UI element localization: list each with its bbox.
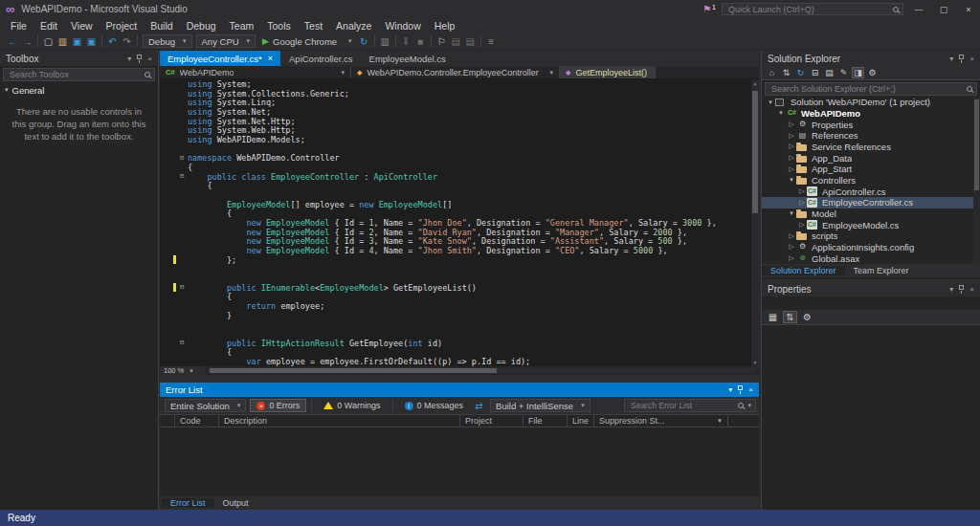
code-editor[interactable]: ▲ ▼ using System;using System.Collection… (160, 79, 759, 366)
code-line[interactable]: using System.Web.Http; (160, 125, 759, 135)
code-line[interactable] (160, 190, 759, 200)
toolbox-section-general[interactable]: ▾ General (0, 83, 158, 97)
scroll-down-icon[interactable]: ▼ (751, 360, 759, 365)
editor-tab[interactable]: EmployeeModel.cs (362, 51, 454, 66)
tree-item[interactable]: ▾C#WebAPIDemo (762, 108, 973, 120)
solution-explorer-scrollbar[interactable] (973, 97, 980, 264)
tab-error-list[interactable]: Error List (162, 498, 214, 508)
source-dropdown[interactable]: Build + IntelliSense▾ (490, 399, 590, 412)
tree-item[interactable]: ▷⚙ApplicationInsights.config (762, 242, 973, 253)
debug-configuration-dropdown[interactable]: Debug▾ (143, 34, 192, 48)
menu-team[interactable]: Team (223, 20, 261, 32)
step-over-icon[interactable]: ▤ (463, 36, 478, 47)
home-icon[interactable]: ⌂ (766, 68, 778, 77)
window-position-icon[interactable]: ▾ (949, 285, 953, 294)
code-line[interactable] (160, 319, 759, 329)
editor-vertical-scrollbar[interactable]: ▲ ▼ (751, 79, 759, 366)
code-line[interactable]: { (160, 347, 759, 357)
expand-arrow-icon[interactable]: ▷ (787, 154, 796, 162)
pin-icon[interactable] (959, 55, 964, 59)
column-header-icon[interactable] (160, 415, 175, 427)
close-icon[interactable]: × (748, 385, 753, 394)
platform-dropdown[interactable]: Any CPU▾ (196, 34, 256, 48)
code-line[interactable] (160, 264, 759, 274)
code-line[interactable]: { (160, 181, 759, 190)
code-line[interactable]: }; (160, 255, 759, 265)
tab-solution-explorer[interactable]: Solution Explorer (762, 266, 845, 275)
menu-view[interactable]: View (64, 20, 100, 32)
expand-arrow-icon[interactable]: ▷ (787, 232, 796, 240)
window-position-icon[interactable]: ▾ (949, 55, 953, 63)
pin-icon[interactable] (137, 55, 142, 59)
editor-horizontal-scrollbar[interactable] (208, 367, 757, 374)
code-line[interactable]: { (160, 163, 759, 172)
tree-item[interactable]: ▾Solution 'WebAPIDemo' (1 project) (762, 97, 973, 108)
menu-project[interactable]: Project (100, 20, 145, 32)
break-all-icon[interactable]: ‖ (399, 36, 413, 47)
scroll-up-icon[interactable]: ▲ (751, 80, 759, 86)
expand-arrow-icon[interactable]: ▷ (787, 142, 796, 150)
save-icon[interactable]: ▣ (70, 36, 84, 47)
expand-arrow-icon[interactable]: ▷ (787, 121, 796, 128)
bookmark-icon[interactable]: ⚐ (434, 36, 449, 47)
start-debugging-button[interactable]: ▶ Google Chrome ▾ (262, 36, 352, 47)
switch-views-icon[interactable]: ⇅ (780, 68, 792, 77)
scrollbar-thumb[interactable] (974, 99, 979, 190)
column-header-description[interactable]: Description (219, 415, 460, 427)
filter-icon[interactable]: ▼ (713, 418, 723, 424)
code-line[interactable]: ⊟namespace WebAPIDemo.Controller (160, 153, 759, 163)
messages-filter-button[interactable]: i 0 Messages (398, 399, 471, 412)
properties-window-icon[interactable]: ⚙ (866, 68, 879, 77)
code-line[interactable]: ⊟ public class EmployeeController : ApiC… (160, 172, 759, 182)
new-file-icon[interactable]: ▢ (41, 36, 56, 47)
close-icon[interactable]: × (147, 55, 152, 63)
close-icon[interactable]: × (969, 285, 974, 294)
open-file-icon[interactable]: ▥ (56, 36, 70, 47)
expand-arrow-icon[interactable]: ▷ (787, 243, 796, 251)
warnings-filter-button[interactable]: 0 Warnings (317, 399, 387, 412)
window-position-icon[interactable]: ▾ (728, 385, 732, 394)
code-line[interactable] (160, 274, 759, 283)
tree-item[interactable]: ▷▤References (762, 130, 973, 142)
error-list-header[interactable]: Error List ▾ × (160, 383, 759, 397)
column-header-project[interactable]: Project (460, 415, 523, 427)
code-line[interactable]: EmployeeModel[] employee = new EmployeeM… (160, 200, 759, 209)
redo-icon[interactable]: ↷ (120, 36, 134, 47)
close-icon[interactable]: × (969, 55, 974, 63)
tree-item[interactable]: ▾Controllers (762, 175, 973, 186)
scrollbar-thumb[interactable] (210, 368, 497, 373)
edit-icon[interactable]: ✎ (837, 68, 850, 77)
step-into-icon[interactable]: ▤ (449, 36, 463, 47)
tree-item[interactable]: ▷⚙Properties (762, 119, 973, 130)
close-button[interactable]: × (959, 5, 978, 14)
navigate-backward-icon[interactable]: ← (6, 36, 20, 47)
editor-tab[interactable]: EmployeeController.cs*× (160, 51, 280, 66)
code-line[interactable]: return employee; (160, 301, 759, 311)
save-all-icon[interactable]: ▣ (84, 36, 99, 47)
tree-item[interactable]: ▷C#ApiController.cs (762, 186, 973, 197)
menu-build[interactable]: Build (144, 20, 179, 32)
scrollbar-thumb[interactable] (752, 91, 758, 213)
tree-item[interactable]: ▷C#EmployeeModel.cs (762, 219, 973, 230)
menu-file[interactable]: File (4, 20, 33, 32)
zoom-control[interactable]: 100 % ▾ (160, 366, 206, 375)
collapse-arrow-icon[interactable]: ▾ (787, 176, 796, 184)
fold-collapse-icon[interactable]: ⊟ (176, 283, 188, 292)
toolbox-search-input[interactable] (8, 69, 141, 80)
menu-window[interactable]: Window (378, 20, 427, 32)
alphabetical-icon[interactable]: ⇅ (783, 311, 797, 323)
maximize-button[interactable]: ▢ (934, 5, 953, 14)
undo-icon[interactable]: ↶ (105, 36, 120, 47)
collapse-arrow-icon[interactable]: ▾ (776, 109, 786, 117)
code-line[interactable]: var employee = employee.FirstOrDefault((… (160, 357, 759, 366)
notifications-button[interactable]: ⚑ 1 (702, 4, 716, 14)
tab-output[interactable]: Output (214, 498, 257, 508)
menu-edit[interactable]: Edit (33, 20, 64, 32)
refresh-icon[interactable]: ↻ (357, 36, 371, 47)
menu-test[interactable]: Test (298, 20, 329, 32)
code-line[interactable] (160, 329, 759, 339)
tree-item[interactable]: ▾Model (762, 208, 973, 220)
sync-with-active-document-icon[interactable]: ↻ (794, 68, 807, 77)
error-list-search-input[interactable] (629, 400, 734, 411)
fold-collapse-icon[interactable]: ⊟ (176, 172, 188, 181)
